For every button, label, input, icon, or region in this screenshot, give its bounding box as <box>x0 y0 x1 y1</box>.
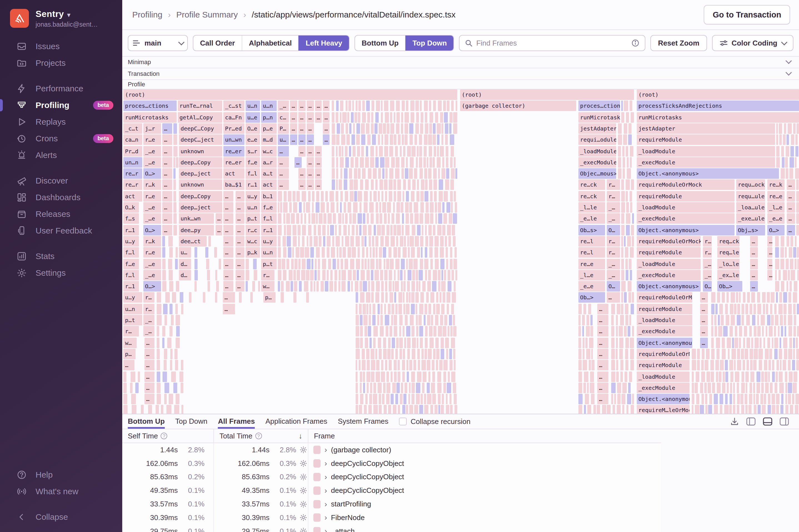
flame-frame[interactable]: … <box>223 225 234 235</box>
flame-frame[interactable]: O…> <box>143 168 161 179</box>
flame-frame-sliver[interactable] <box>409 292 410 303</box>
flame-frame-sliver[interactable] <box>783 304 786 314</box>
flame-frame-sliver[interactable] <box>393 179 396 190</box>
flame-frame-sliver[interactable] <box>716 372 718 382</box>
flame-frame-sliver[interactable] <box>629 315 631 325</box>
flame-frame-sliver[interactable] <box>365 394 368 404</box>
flame-frame[interactable]: requireModule <box>637 360 690 370</box>
flame-frame-sliver[interactable] <box>441 349 444 359</box>
flame-frame-sliver[interactable] <box>312 191 314 202</box>
flame-frame-sliver[interactable] <box>625 315 628 325</box>
flame-frame-sliver[interactable] <box>730 372 733 382</box>
flame-frame[interactable]: Pr…d <box>123 146 142 157</box>
flame-frame-sliver[interactable] <box>360 292 365 303</box>
flame-frame-sliver[interactable] <box>278 259 281 269</box>
flame-frame-sliver[interactable] <box>758 349 763 359</box>
flame-frame-sliver[interactable] <box>779 123 782 134</box>
flame-frame-sliver[interactable] <box>622 146 625 157</box>
flame-frame-sliver[interactable] <box>719 304 723 314</box>
flame-frame-sliver[interactable] <box>712 383 715 393</box>
flame-frame-sliver[interactable] <box>364 405 367 414</box>
flame-frame-sliver[interactable] <box>367 134 371 145</box>
flame-frame-sliver[interactable] <box>407 338 411 348</box>
flame-frame-sliver[interactable] <box>729 326 733 337</box>
flame-frame-sliver[interactable] <box>194 281 197 291</box>
flame-frame[interactable]: proces…ctions <box>123 100 177 111</box>
flame-frame-sliver[interactable] <box>157 349 160 359</box>
flame-frame-sliver[interactable] <box>400 349 402 359</box>
flame-frame-sliver[interactable] <box>692 383 694 393</box>
flame-frame-sliver[interactable] <box>361 259 364 269</box>
flame-frame-sliver[interactable] <box>428 304 431 314</box>
flame-frame-sliver[interactable] <box>621 236 623 247</box>
flame-frame-sliver[interactable] <box>414 213 419 224</box>
flame-frame-sliver[interactable] <box>330 225 334 235</box>
flame-frame-sliver[interactable] <box>402 372 405 382</box>
flame-frame-sliver[interactable] <box>407 236 409 247</box>
flame-frame-sliver[interactable] <box>754 405 757 414</box>
flame-frame-sliver[interactable] <box>597 405 600 414</box>
flame-frame-sliver[interactable] <box>336 112 338 123</box>
flame-frame-sliver[interactable] <box>789 168 793 179</box>
flame-frame-sliver[interactable] <box>582 360 587 370</box>
flame-frame-sliver[interactable] <box>348 247 351 258</box>
flame-frame[interactable]: … <box>162 134 172 145</box>
flame-frame-sliver[interactable] <box>701 372 705 382</box>
flame-frame-sliver[interactable] <box>396 236 398 247</box>
flame-frame-sliver[interactable] <box>165 383 169 393</box>
flame-frame[interactable]: runMicrotasks <box>123 112 177 123</box>
flame-frame-sliver[interactable] <box>394 134 396 145</box>
flame-frame[interactable]: … <box>162 202 172 213</box>
flame-frame-sliver[interactable] <box>413 360 416 370</box>
flame-frame-sliver[interactable] <box>420 338 423 348</box>
flame-frame-sliver[interactable] <box>791 146 794 157</box>
flame-frame-sliver[interactable] <box>417 225 421 235</box>
breadcrumb-profile-summary[interactable]: Profile Summary <box>176 10 238 19</box>
flame-frame-sliver[interactable] <box>792 360 795 370</box>
flame-frame-sliver[interactable] <box>384 270 388 281</box>
flame-frame-sliver[interactable] <box>440 112 443 123</box>
flame-frame-sliver[interactable] <box>348 100 351 111</box>
flame-frame-sliver[interactable] <box>312 202 314 213</box>
flame-frame-sliver[interactable] <box>378 338 382 348</box>
flame-frame-sliver[interactable] <box>382 191 383 202</box>
export-profile-icon[interactable] <box>730 417 739 426</box>
flame-frame-sliver[interactable] <box>788 326 792 337</box>
flame-frame-sliver[interactable] <box>388 213 390 224</box>
flame-frame-sliver[interactable] <box>325 191 328 202</box>
flame-frame-sliver[interactable] <box>448 270 451 281</box>
flame-frame-sliver[interactable] <box>404 338 406 348</box>
flame-frame[interactable]: re…l <box>578 236 605 247</box>
flame-frame-sliver[interactable] <box>171 372 176 382</box>
flame-frame-sliver[interactable] <box>446 247 448 258</box>
flame-frame-sliver[interactable] <box>795 394 799 404</box>
flame-frame-sliver[interactable] <box>353 270 356 281</box>
flame-frame-sliver[interactable] <box>405 168 408 179</box>
flame-frame-sliver[interactable] <box>429 123 432 134</box>
flame-frame-sliver[interactable] <box>586 326 590 337</box>
flame-frame-sliver[interactable] <box>167 338 171 348</box>
flame-frame-sliver[interactable] <box>438 100 442 111</box>
flame-frame[interactable]: act <box>123 191 142 202</box>
flame-frame-sliver[interactable] <box>419 405 423 414</box>
flame-frame-sliver[interactable] <box>376 259 378 269</box>
flame-frame-sliver[interactable] <box>621 213 624 224</box>
flame-frame[interactable]: requireModuleOrMock <box>637 179 735 190</box>
flame-frame[interactable]: getAl…Copy <box>178 112 222 123</box>
flame-frame-sliver[interactable] <box>342 213 344 224</box>
flame-frame-sliver[interactable] <box>385 360 387 370</box>
flame-frame-sliver[interactable] <box>373 247 375 258</box>
flame-frame-sliver[interactable] <box>352 225 354 235</box>
flame-frame-sliver[interactable] <box>717 292 720 303</box>
flame-frame[interactable]: u… <box>278 134 289 145</box>
flame-frame[interactable]: u…y <box>123 236 139 247</box>
flame-frame-sliver[interactable] <box>406 304 409 314</box>
org-name[interactable]: Sentry▾ <box>36 9 98 19</box>
flame-frame-sliver[interactable] <box>435 315 439 325</box>
flame-frame-sliver[interactable] <box>379 394 381 404</box>
flame-frame-sliver[interactable] <box>384 146 388 157</box>
flame-frame-sliver[interactable] <box>620 315 624 325</box>
flame-frame-sliver[interactable] <box>281 292 284 303</box>
flame-frame-sliver[interactable] <box>737 315 741 325</box>
flame-frame-sliver[interactable] <box>411 383 415 393</box>
